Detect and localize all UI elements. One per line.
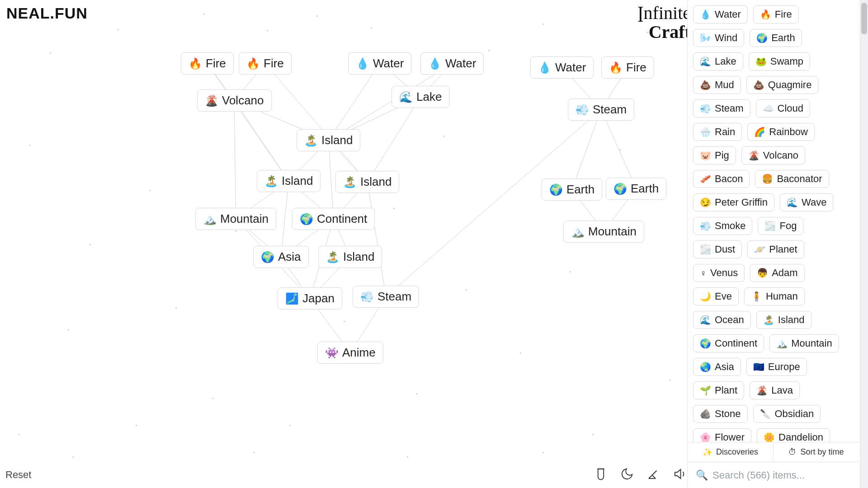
svg-line-20 (601, 110, 637, 189)
chip-label: Water (555, 61, 586, 75)
search-input[interactable] (712, 469, 855, 481)
eve-icon: 🌙 (700, 291, 711, 302)
sidebar-item-eve[interactable]: 🌙Eve (693, 287, 739, 305)
sidebar-item-smoke[interactable]: 💨Smoke (693, 217, 752, 235)
scrollbar-thumb[interactable] (861, 3, 867, 34)
item-label: Wave (802, 197, 826, 208)
sort-label: Sort by time (800, 447, 844, 457)
canvas-chip-island2[interactable]: 🏝️Island (257, 170, 321, 192)
sidebar-item-mud[interactable]: 💩Mud (693, 76, 741, 94)
sidebar-item-continent[interactable]: 🌍Continent (693, 334, 764, 352)
sidebar-item-fire[interactable]: 🔥Fire (753, 5, 799, 23)
canvas-chip-fire3[interactable]: 🔥Fire (601, 56, 654, 79)
canvas-chip-anime[interactable]: 👾Anime (317, 342, 383, 364)
sidebar-item-dandelion[interactable]: 🌼Dandelion (757, 428, 830, 442)
sidebar-item-ocean[interactable]: 🌊Ocean (693, 311, 751, 329)
sidebar-item-swamp[interactable]: 🐸Swamp (749, 52, 810, 70)
sidebar-item-volcano[interactable]: 🌋Volcano (741, 146, 805, 164)
sidebar-item-pig[interactable]: 🐷Pig (693, 146, 736, 164)
sidebar-item-peter-griffin[interactable]: 😏Peter Griffin (693, 193, 774, 211)
item-label: Lava (771, 385, 793, 396)
sidebar-item-earth[interactable]: 🌍Earth (750, 29, 802, 47)
sidebar-item-human[interactable]: 🧍Human (744, 287, 805, 305)
fire-icon: 🔥 (760, 9, 771, 20)
sidebar-item-europe[interactable]: 🇪🇺Europe (746, 358, 807, 376)
sidebar-item-mountain[interactable]: 🏔️Mountain (769, 334, 839, 352)
canvas-chip-water2[interactable]: 💧Water (420, 52, 484, 75)
sidebar-item-water[interactable]: 💧Water (693, 5, 748, 23)
canvas-chip-earth1[interactable]: 🌍Earth (542, 178, 602, 201)
chip-label: Anime (342, 346, 376, 360)
item-label: Flower (715, 432, 745, 442)
island-icon: 🏝️ (326, 252, 340, 263)
item-label: Mud (715, 79, 734, 91)
sidebar-item-fog[interactable]: 🌫️Fog (758, 217, 803, 235)
sidebar-item-plant[interactable]: 🌱Plant (693, 381, 744, 399)
sparkle-icon: ✨ (703, 447, 712, 457)
sidebar-item-wave[interactable]: 🌊Wave (780, 193, 833, 211)
sidebar-item-quagmire[interactable]: 💩Quagmire (746, 76, 819, 94)
canvas-chip-lake[interactable]: 🌊Lake (392, 86, 449, 108)
clear-icon[interactable] (646, 466, 661, 482)
chip-label: Water (373, 56, 404, 70)
sidebar-item-flower[interactable]: 🌸Flower (693, 428, 751, 442)
sidebar-item-obsidian[interactable]: 🔪Obsidian (753, 405, 821, 423)
sidebar-item-steam[interactable]: 💨Steam (693, 99, 750, 117)
canvas-chip-water3[interactable]: 💧Water (530, 56, 594, 79)
sidebar-item-asia[interactable]: 🌏Asia (693, 358, 741, 376)
sidebar-item-lake[interactable]: 🌊Lake (693, 52, 743, 70)
item-label: Rainbow (769, 126, 808, 138)
item-label: Obsidian (775, 408, 814, 420)
cup-icon[interactable] (593, 466, 609, 482)
canvas-chip-volcano[interactable]: 🌋Volcano (197, 89, 272, 112)
canvas-chip-mountain2[interactable]: 🏔️Mountain (563, 221, 644, 243)
sidebar-item-adam[interactable]: 👦Adam (750, 264, 804, 282)
sidebar-item-island[interactable]: 🏝️Island (756, 311, 811, 329)
page-scrollbar[interactable] (860, 0, 868, 488)
sidebar-item-planet[interactable]: 🪐Planet (747, 240, 804, 258)
discoveries-label: Discoveries (716, 447, 758, 457)
canvas-chip-fire1[interactable]: 🔥Fire (181, 52, 234, 75)
items-list[interactable]: 💧Water🔥Fire🌬️Wind🌍Earth🌊Lake🐸Swamp💩Mud💩Q… (688, 0, 859, 442)
canvas-chip-earth2[interactable]: 🌍Earth (606, 178, 666, 200)
craft-canvas[interactable]: 🔥Fire🔥Fire💧Water💧Water💧Water🔥Fire🌋Volcan… (0, 0, 694, 488)
sidebar-item-stone[interactable]: 🪨Stone (693, 405, 748, 423)
canvas-chip-water1[interactable]: 💧Water (348, 52, 411, 75)
island-icon: 🏝️ (304, 135, 318, 146)
dark-mode-icon[interactable] (619, 466, 635, 482)
item-label: Planet (769, 244, 797, 255)
item-label: Dandelion (778, 432, 823, 442)
sound-icon[interactable] (672, 466, 687, 482)
sidebar-item-cloud[interactable]: ☁️Cloud (756, 99, 810, 117)
sidebar-item-dust[interactable]: 🌫️Dust (693, 240, 742, 258)
sort-button[interactable]: ⏱ Sort by time (774, 442, 859, 462)
canvas-chip-japan[interactable]: 🗾Japan (278, 287, 342, 310)
sidebar-item-venus[interactable]: ♀Venus (693, 264, 745, 282)
canvas-chip-island4[interactable]: 🏝️Island (318, 246, 382, 268)
chip-label: Island (360, 175, 392, 189)
canvas-chip-island3[interactable]: 🏝️Island (335, 171, 399, 193)
sidebar-item-bacon[interactable]: 🥓Bacon (693, 170, 750, 188)
item-label: Bacon (715, 173, 743, 185)
svg-line-31 (207, 64, 288, 181)
wind-icon: 🌬️ (700, 33, 711, 43)
dandelion-icon: 🌼 (764, 432, 775, 442)
chip-label: Mountain (588, 225, 637, 239)
chip-label: Mountain (220, 212, 269, 226)
canvas-chip-mountain1[interactable]: 🏔️Mountain (195, 208, 276, 230)
canvas-chip-asia[interactable]: 🌍Asia (253, 246, 309, 268)
reset-button[interactable]: Reset (5, 469, 31, 481)
canvas-chip-steam1[interactable]: 💨Steam (568, 99, 634, 121)
sidebar-item-wind[interactable]: 🌬️Wind (693, 29, 744, 47)
canvas-chip-fire2[interactable]: 🔥Fire (239, 52, 292, 75)
sidebar-item-rainbow[interactable]: 🌈Rainbow (747, 123, 815, 141)
sidebar-item-baconator[interactable]: 🍔Baconator (755, 170, 829, 188)
canvas-chip-island1[interactable]: 🏝️Island (297, 129, 360, 151)
canvas-chip-steam2[interactable]: 💨Steam (353, 286, 419, 308)
canvas-chip-continent[interactable]: 🌍Continent (292, 208, 375, 230)
sidebar-item-lava[interactable]: 🌋Lava (750, 381, 800, 399)
search-icon: 🔍 (691, 469, 712, 481)
discoveries-button[interactable]: ✨ Discoveries (688, 442, 774, 462)
sidebar-item-rain[interactable]: 🌧️Rain (693, 123, 742, 141)
item-label: Water (715, 9, 741, 20)
